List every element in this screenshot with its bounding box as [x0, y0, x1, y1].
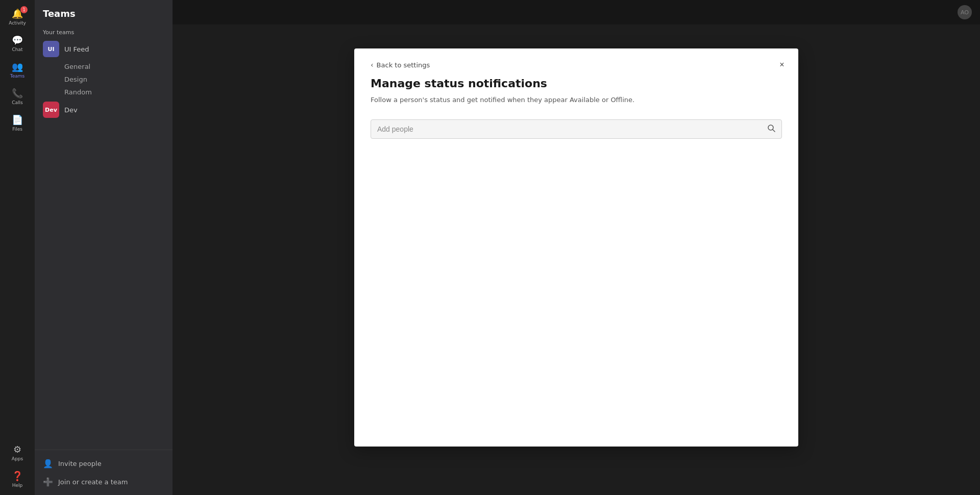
sidebar-label-teams: Teams	[10, 73, 24, 79]
team-avatar-dev: Dev	[43, 102, 59, 118]
sidebar: 🔔 Activity 1 💬 Chat 👥 Teams 📞 Calls 📄 Fi…	[0, 0, 35, 495]
modal-body	[371, 139, 782, 435]
main-content: AO ‹ Back to settings × Manage status no…	[173, 0, 980, 495]
sidebar-item-activity[interactable]: 🔔 Activity 1	[5, 4, 30, 29]
sidebar-label-apps: Apps	[12, 456, 23, 461]
calls-icon: 📞	[11, 87, 23, 99]
chat-icon: 💬	[11, 34, 23, 46]
activity-badge: 1	[20, 6, 28, 13]
teams-panel-footer: 👤 Invite people ➕ Join or create a team	[35, 450, 173, 495]
back-label: Back to settings	[377, 61, 430, 69]
add-people-search[interactable]	[371, 119, 782, 139]
chevron-left-icon: ‹	[371, 61, 374, 69]
team-name-dev: Dev	[64, 106, 78, 114]
sidebar-label-activity: Activity	[9, 20, 26, 26]
teams-panel-title: Teams	[43, 8, 76, 19]
teams-panel: Teams Your teams UI UI Feed General Desi…	[35, 0, 173, 495]
sidebar-item-apps[interactable]: ⚙️ Apps	[5, 440, 30, 464]
team-item-ui-feed[interactable]: UI UI Feed	[35, 38, 173, 60]
team-name-ui-feed: UI Feed	[64, 45, 89, 53]
teams-icon: 👥	[11, 60, 23, 72]
modal-close-button[interactable]: ×	[774, 57, 790, 73]
channel-random[interactable]: Random	[35, 86, 173, 98]
team-item-dev[interactable]: Dev Dev	[35, 98, 173, 121]
sidebar-item-help[interactable]: ❓ Help	[5, 466, 30, 491]
join-icon: ➕	[43, 477, 53, 487]
sidebar-item-calls[interactable]: 📞 Calls	[5, 84, 30, 108]
app-background: 🔔 Activity 1 💬 Chat 👥 Teams 📞 Calls 📄 Fi…	[0, 0, 980, 495]
team-avatar-ui-feed: UI	[43, 41, 59, 57]
join-label: Join or create a team	[58, 478, 128, 486]
files-icon: 📄	[11, 113, 23, 126]
modal-title: Manage status notifications	[371, 77, 782, 90]
manage-status-modal: ‹ Back to settings × Manage status notif…	[354, 48, 798, 447]
sidebar-label-calls: Calls	[12, 100, 23, 105]
invite-label: Invite people	[58, 460, 102, 467]
search-input[interactable]	[377, 125, 763, 133]
sidebar-label-files: Files	[12, 127, 22, 132]
sidebar-item-teams[interactable]: 👥 Teams	[5, 57, 30, 82]
teams-panel-header: Teams	[35, 0, 173, 23]
invite-people-button[interactable]: 👤 Invite people	[35, 454, 173, 473]
back-to-settings-button[interactable]: ‹ Back to settings	[371, 61, 430, 69]
channel-design[interactable]: Design	[35, 73, 173, 86]
join-create-team-button[interactable]: ➕ Join or create a team	[35, 473, 173, 491]
svg-line-1	[773, 130, 775, 132]
modal-subtitle: Follow a person's status and get notifie…	[371, 95, 782, 105]
team-section-your-teams: Your teams UI UI Feed General Design Ran…	[35, 23, 173, 125]
sidebar-label-chat: Chat	[12, 47, 22, 52]
search-icon	[767, 124, 775, 134]
your-teams-label: Your teams	[35, 27, 173, 38]
sidebar-item-chat[interactable]: 💬 Chat	[5, 31, 30, 55]
sidebar-item-files[interactable]: 📄 Files	[5, 110, 30, 135]
help-icon: ❓	[11, 469, 23, 482]
apps-icon: ⚙️	[11, 443, 23, 455]
invite-icon: 👤	[43, 458, 53, 468]
channel-general[interactable]: General	[35, 60, 173, 73]
close-icon: ×	[779, 60, 784, 69]
sidebar-label-help: Help	[12, 483, 23, 488]
